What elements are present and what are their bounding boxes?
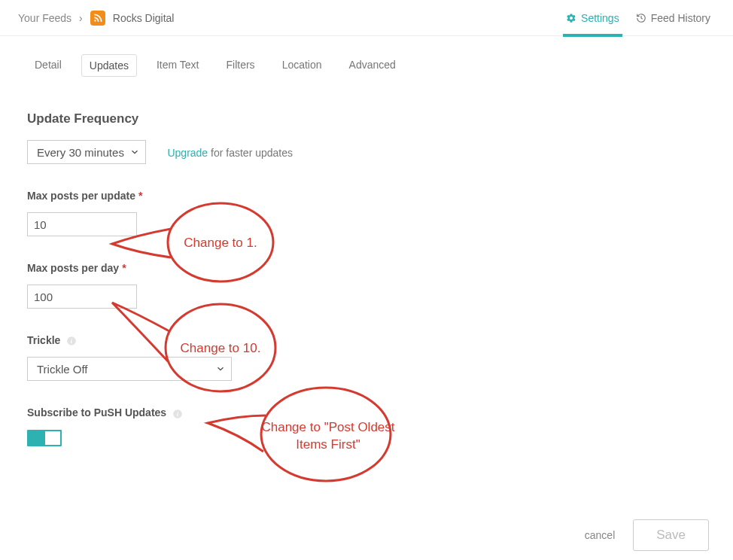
header-actions: Settings Feed History bbox=[566, 12, 710, 24]
feed-history-label: Feed History bbox=[651, 12, 710, 24]
breadcrumb-separator: › bbox=[79, 12, 83, 24]
annotation-1: Change to 1. bbox=[108, 190, 281, 295]
tab-location[interactable]: Location bbox=[275, 54, 330, 77]
info-icon: i bbox=[172, 409, 183, 419]
trickle-select[interactable]: Trickle Off bbox=[28, 358, 233, 380]
required-asterisk: * bbox=[138, 190, 142, 202]
cancel-button[interactable]: cancel bbox=[585, 529, 615, 541]
toggle-knob bbox=[29, 431, 45, 445]
annotation-3: Change to "Post Oldest Items First" bbox=[202, 378, 397, 498]
tab-advanced[interactable]: Advanced bbox=[342, 54, 403, 77]
update-frequency-title: Update Frequency bbox=[27, 111, 706, 126]
upgrade-text: for faster updates bbox=[208, 147, 293, 159]
rss-icon bbox=[90, 11, 105, 26]
breadcrumb: Your Feeds › Rocks Digital bbox=[18, 11, 174, 26]
save-button[interactable]: Save bbox=[633, 519, 709, 551]
push-toggle[interactable] bbox=[27, 430, 62, 446]
footer: cancel Save bbox=[585, 519, 709, 551]
upgrade-note: Upgrade for faster updates bbox=[167, 147, 293, 159]
page-header: Your Feeds › Rocks Digital Settings Feed… bbox=[0, 0, 733, 36]
settings-label: Settings bbox=[581, 12, 619, 24]
tab-detail[interactable]: Detail bbox=[27, 54, 69, 77]
history-icon bbox=[636, 13, 646, 23]
trickle-select-wrap: Trickle Off bbox=[27, 357, 232, 381]
max-per-day-label: Max posts per day* bbox=[27, 262, 706, 274]
tabs: Detail Updates Item Text Filters Locatio… bbox=[0, 36, 733, 84]
form-content: Update Frequency Every 30 minutes Upgrad… bbox=[0, 84, 733, 446]
required-asterisk: * bbox=[122, 262, 126, 274]
update-frequency-select[interactable]: Every 30 minutes bbox=[28, 141, 147, 163]
update-frequency-select-wrap: Every 30 minutes bbox=[27, 140, 146, 164]
settings-link[interactable]: Settings bbox=[566, 12, 619, 24]
push-label: Subscribe to PuSH Updates i bbox=[27, 406, 706, 418]
svg-point-7 bbox=[261, 388, 391, 481]
info-icon: i bbox=[66, 336, 77, 346]
tab-item-text[interactable]: Item Text bbox=[149, 54, 207, 77]
breadcrumb-current: Rocks Digital bbox=[113, 12, 175, 24]
breadcrumb-root[interactable]: Your Feeds bbox=[18, 12, 71, 24]
feed-history-link[interactable]: Feed History bbox=[636, 12, 710, 24]
max-per-update-label: Max posts per update* bbox=[27, 190, 706, 202]
upgrade-link[interactable]: Upgrade bbox=[167, 147, 208, 159]
max-per-day-input[interactable] bbox=[27, 285, 137, 309]
tab-filters[interactable]: Filters bbox=[219, 54, 263, 77]
trickle-label: Trickle i bbox=[27, 334, 706, 346]
max-per-update-input[interactable] bbox=[27, 212, 137, 236]
tab-updates[interactable]: Updates bbox=[81, 54, 137, 77]
gear-icon bbox=[566, 13, 576, 23]
svg-point-0 bbox=[94, 20, 96, 21]
